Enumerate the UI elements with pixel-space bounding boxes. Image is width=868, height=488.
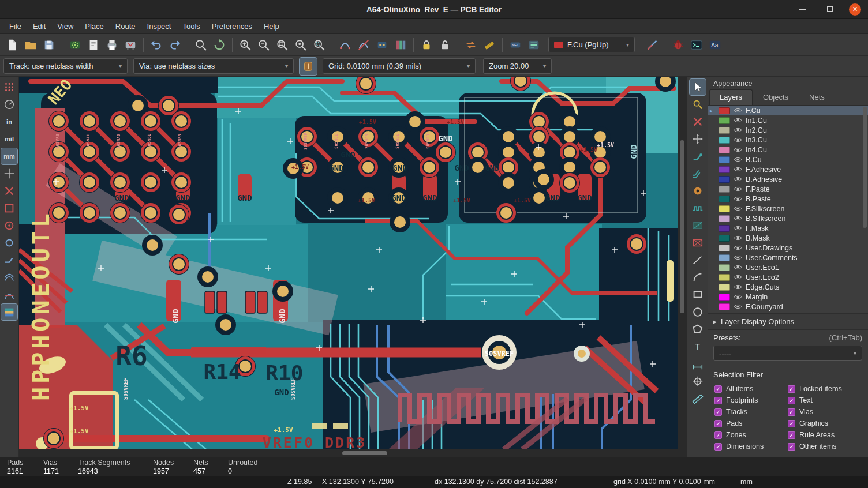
layer-visibility-eye-icon[interactable]	[734, 196, 742, 202]
filter-text[interactable]: ✓Text	[788, 395, 861, 406]
layer-color-swatch[interactable]	[719, 186, 730, 193]
layer-color-swatch[interactable]	[719, 254, 730, 261]
new-board-button[interactable]	[3, 36, 21, 54]
units-mils-button[interactable]: mil	[1, 131, 17, 147]
checkbox-icon[interactable]: ✓	[788, 443, 795, 451]
checkbox-icon[interactable]: ✓	[714, 420, 722, 427]
minimize-button[interactable]	[794, 1, 811, 18]
layer-visibility-eye-icon[interactable]	[734, 186, 742, 192]
layer-visibility-eye-icon[interactable]	[734, 107, 742, 114]
filter-zones[interactable]: ✓Zones	[714, 429, 788, 441]
filter-tracks[interactable]: ✓Tracks	[714, 406, 788, 418]
filter-other-items[interactable]: ✓Other items	[788, 441, 861, 452]
layer-visibility-eye-icon[interactable]	[734, 245, 742, 251]
zoom-out-button[interactable]	[255, 36, 272, 54]
draw-polygon-tool-button[interactable]	[690, 321, 706, 337]
layer-color-swatch[interactable]	[719, 264, 730, 271]
maximize-button[interactable]	[821, 1, 839, 18]
swap-layers-button[interactable]	[462, 36, 480, 54]
vertical-scrollbar-thumb[interactable]	[680, 140, 684, 313]
menu-help[interactable]: Help	[258, 19, 285, 33]
zoom-selection-button[interactable]	[310, 36, 328, 54]
add-zone-tool-button[interactable]	[690, 217, 706, 234]
layer-row-edge-cuts[interactable]: Edge.Cuts	[708, 282, 868, 292]
layer-visibility-eye-icon[interactable]	[734, 117, 742, 123]
show-ratsnest-button[interactable]	[336, 36, 354, 54]
layer-row-margin[interactable]: Margin	[708, 292, 868, 302]
layer-visibility-eye-icon[interactable]	[734, 205, 742, 212]
scripting-console-button[interactable]	[688, 36, 705, 54]
hide-ratsnest-button[interactable]	[355, 36, 372, 54]
checkbox-icon[interactable]: ✓	[788, 397, 795, 404]
layer-color-swatch[interactable]	[719, 215, 730, 222]
zoom-in-button[interactable]	[237, 36, 254, 54]
tab-layers[interactable]: Layers	[709, 89, 753, 105]
refresh-view-button[interactable]	[211, 36, 228, 54]
layer-row-user-eco2[interactable]: User.Eco2	[708, 272, 868, 282]
layer-visibility-eye-icon[interactable]	[734, 254, 742, 261]
filter-graphics[interactable]: ✓Graphics	[788, 418, 861, 429]
filter-all-items[interactable]: ✓All items	[714, 383, 788, 395]
layer-visibility-eye-icon[interactable]	[734, 303, 742, 310]
filter-pads[interactable]: ✓Pads	[714, 418, 788, 429]
layer-visibility-eye-icon[interactable]	[734, 137, 742, 143]
unlock-button[interactable]	[436, 36, 454, 54]
layer-color-swatch[interactable]	[719, 127, 730, 134]
layer-row-f-adhesive[interactable]: F.Adhesive	[708, 164, 868, 174]
open-board-button[interactable]	[22, 36, 39, 54]
interactive-delete-tool-button[interactable]	[690, 114, 706, 130]
grid-dropdown[interactable]: Grid: 0.0100 mm (0.39 mils) ▾	[323, 58, 476, 74]
menu-place[interactable]: Place	[79, 19, 110, 33]
layer-row-in2-cu[interactable]: In2.Cu	[708, 125, 868, 135]
find-button[interactable]	[192, 36, 209, 54]
layer-row-f-courtyard[interactable]: F.Courtyard	[708, 302, 868, 311]
layer-row-b-adhesive[interactable]: B.Adhesive	[708, 174, 868, 184]
lock-button[interactable]	[418, 36, 435, 54]
filter-vias[interactable]: ✓Vias	[788, 406, 861, 418]
pcb-canvas[interactable]: GNDGNDGNDGNDGNDGNDGNDGNDGNDGNDGNDGNDGNDG…	[19, 77, 678, 449]
track-width-dropdown[interactable]: Track: use netclass width ▾	[3, 58, 128, 74]
layer-color-swatch[interactable]	[719, 196, 730, 202]
horizontal-scrollbar[interactable]	[19, 449, 678, 457]
footprint-editor-button[interactable]	[373, 36, 391, 54]
zoom-dropdown[interactable]: Zoom 20.00 ▾	[483, 58, 552, 74]
layer-visibility-eye-icon[interactable]	[734, 147, 742, 153]
highlight-net-tool-button[interactable]	[690, 96, 706, 112]
zoom-fit-button[interactable]	[274, 36, 291, 54]
menu-inspect[interactable]: Inspect	[141, 19, 177, 33]
via-display-mode-button[interactable]	[1, 235, 17, 251]
layer-color-swatch[interactable]	[719, 294, 730, 301]
route-tracks-tool-button[interactable]	[690, 148, 706, 164]
layer-row-f-cu[interactable]: ▸F.Cu	[708, 106, 868, 115]
layer-visibility-eye-icon[interactable]	[734, 176, 742, 182]
draw-line-tool-button[interactable]	[690, 252, 706, 268]
horizontal-scrollbar-thumb[interactable]	[342, 451, 387, 455]
layer-color-swatch[interactable]	[719, 107, 730, 114]
tab-nets[interactable]: Nets	[799, 89, 835, 105]
layer-row-b-cu[interactable]: B.Cu	[708, 155, 868, 164]
layer-visibility-eye-icon[interactable]	[734, 166, 742, 172]
layer-color-swatch[interactable]	[719, 147, 730, 153]
layers-scrollbar[interactable]	[863, 107, 867, 228]
layer-row-in1-cu[interactable]: In1.Cu	[708, 115, 868, 125]
checkbox-icon[interactable]: ✓	[714, 385, 722, 393]
edit-sizes-button[interactable]	[300, 58, 317, 75]
layer-row-user-drawings[interactable]: User.Drawings	[708, 243, 868, 253]
via-size-dropdown[interactable]: Via: use netclass sizes ▾	[133, 58, 294, 74]
layer-display-options[interactable]: ▶ Layer Display Options	[708, 313, 868, 329]
ratsnest-display-button[interactable]	[1, 269, 17, 286]
layer-color-swatch[interactable]	[719, 137, 730, 144]
layer-row-b-courtyard[interactable]: B.Courtyard	[708, 311, 868, 313]
redo-button[interactable]	[166, 36, 184, 54]
menu-tools[interactable]: Tools	[177, 19, 205, 33]
layer-row-f-mask[interactable]: F.Mask	[708, 223, 868, 233]
page-settings-button[interactable]	[85, 36, 102, 54]
zoom-objects-button[interactable]	[292, 36, 309, 54]
filter-dimensions[interactable]: ✓Dimensions	[714, 441, 788, 452]
menu-preferences[interactable]: Preferences	[206, 19, 258, 33]
checkbox-icon[interactable]: ✓	[714, 408, 722, 416]
layer-visibility-eye-icon[interactable]	[734, 284, 742, 290]
drc-check-button[interactable]	[669, 36, 687, 54]
layer-color-swatch[interactable]	[719, 205, 730, 212]
draw-circle-tool-button[interactable]	[690, 304, 706, 320]
